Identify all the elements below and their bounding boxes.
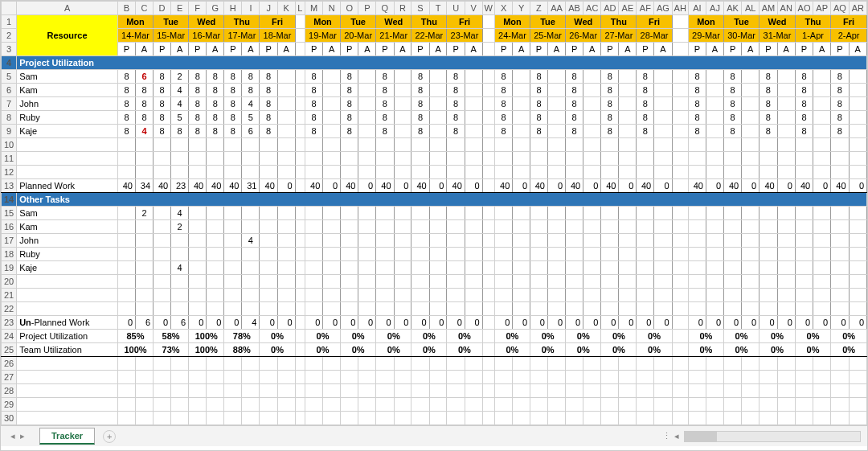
cell[interactable]	[394, 220, 411, 234]
cell[interactable]	[619, 84, 637, 97]
row-header[interactable]: 23	[2, 316, 17, 330]
cell[interactable]: 0	[637, 316, 654, 330]
cell[interactable]: 0%	[637, 343, 672, 357]
cell[interactable]	[706, 125, 723, 138]
col-header[interactable]: T	[429, 2, 447, 15]
cell[interactable]: 8	[601, 70, 619, 84]
cell[interactable]	[376, 261, 394, 275]
row-header[interactable]: 18	[2, 248, 17, 261]
cell[interactable]	[117, 220, 135, 234]
cell[interactable]: 31	[242, 179, 260, 193]
cell[interactable]	[654, 248, 672, 261]
cell[interactable]	[849, 234, 866, 248]
cell[interactable]	[583, 234, 601, 248]
cell[interactable]: 40	[117, 179, 135, 193]
cell[interactable]: 0	[277, 179, 295, 193]
col-header[interactable]: E	[171, 2, 189, 15]
cell[interactable]: 0	[358, 179, 376, 193]
cell[interactable]: 0%	[376, 343, 411, 357]
cell[interactable]	[849, 248, 866, 261]
cell[interactable]: 0%	[601, 330, 637, 343]
cell[interactable]	[813, 248, 831, 261]
cell[interactable]: 8	[136, 84, 154, 97]
cell[interactable]: 23	[171, 179, 189, 193]
cell[interactable]	[849, 125, 866, 138]
cell[interactable]: 8	[224, 84, 242, 97]
resource-name[interactable]: Kaje	[17, 261, 118, 275]
cell[interactable]	[494, 261, 512, 275]
cell[interactable]	[494, 207, 512, 220]
col-header[interactable]: AR	[849, 2, 866, 15]
cell[interactable]	[583, 220, 601, 234]
cell[interactable]: 8	[136, 97, 154, 111]
cell[interactable]	[465, 220, 482, 234]
row-header[interactable]: 15	[2, 207, 17, 220]
cell[interactable]	[547, 97, 565, 111]
cell[interactable]: 8	[117, 97, 135, 111]
row-header[interactable]: 21	[2, 289, 17, 302]
cell[interactable]	[654, 220, 672, 234]
col-header[interactable]: G	[207, 2, 224, 15]
cell[interactable]	[654, 111, 672, 125]
col-header[interactable]: P	[358, 2, 376, 15]
cell[interactable]: 0	[207, 316, 224, 330]
cell[interactable]: 8	[831, 97, 849, 111]
row-header[interactable]: 5	[2, 70, 17, 84]
cell[interactable]: 0	[547, 316, 565, 330]
cell[interactable]	[154, 248, 171, 261]
cell[interactable]: 0	[777, 316, 795, 330]
cell[interactable]	[154, 220, 171, 234]
cell[interactable]	[513, 220, 530, 234]
cell[interactable]	[849, 97, 866, 111]
cell[interactable]: 8	[831, 111, 849, 125]
col-header[interactable]: I	[242, 2, 260, 15]
cell[interactable]: 0	[831, 316, 849, 330]
cell[interactable]: 6	[136, 316, 154, 330]
cell[interactable]	[465, 111, 482, 125]
col-header[interactable]: AE	[619, 2, 637, 15]
cell[interactable]: 4	[171, 97, 189, 111]
col-header[interactable]: AC	[583, 2, 601, 15]
cell[interactable]: 8	[260, 84, 277, 97]
col-header[interactable]: AL	[742, 2, 760, 15]
cell[interactable]	[447, 248, 465, 261]
resource-name[interactable]: Sam	[17, 207, 118, 220]
cell[interactable]	[849, 84, 866, 97]
cell[interactable]: 0	[224, 316, 242, 330]
cell[interactable]: 8	[189, 111, 207, 125]
cell[interactable]	[429, 111, 447, 125]
cell[interactable]: 0	[513, 179, 530, 193]
cell[interactable]: 8	[795, 111, 813, 125]
cell[interactable]: 0	[795, 316, 813, 330]
cell[interactable]: 8	[154, 125, 171, 138]
cell[interactable]: 8	[494, 70, 512, 84]
cell[interactable]	[742, 125, 760, 138]
col-header[interactable]: R	[394, 2, 411, 15]
cell[interactable]: 0%	[341, 330, 376, 343]
cell[interactable]	[547, 207, 565, 220]
cell[interactable]: 0	[601, 316, 619, 330]
cell[interactable]	[341, 207, 358, 220]
cell[interactable]: 8	[411, 111, 429, 125]
cell[interactable]: 0	[494, 316, 512, 330]
cell[interactable]	[242, 207, 260, 220]
cell[interactable]	[341, 248, 358, 261]
cell[interactable]: 40	[154, 179, 171, 193]
cell[interactable]	[465, 248, 482, 261]
cell[interactable]: 40	[376, 179, 394, 193]
cell[interactable]	[323, 234, 341, 248]
cell[interactable]: 8	[117, 70, 135, 84]
cell[interactable]	[394, 261, 411, 275]
row-header[interactable]: 12	[2, 166, 17, 179]
cell[interactable]: 0%	[447, 330, 482, 343]
cell[interactable]	[813, 84, 831, 97]
cell[interactable]: 0	[323, 179, 341, 193]
cell[interactable]	[277, 261, 295, 275]
cell[interactable]: 8	[260, 97, 277, 111]
cell[interactable]	[207, 207, 224, 220]
cell[interactable]	[724, 234, 742, 248]
cell[interactable]	[760, 234, 778, 248]
cell[interactable]	[394, 84, 411, 97]
cell[interactable]: 8	[341, 111, 358, 125]
cell[interactable]	[154, 261, 171, 275]
